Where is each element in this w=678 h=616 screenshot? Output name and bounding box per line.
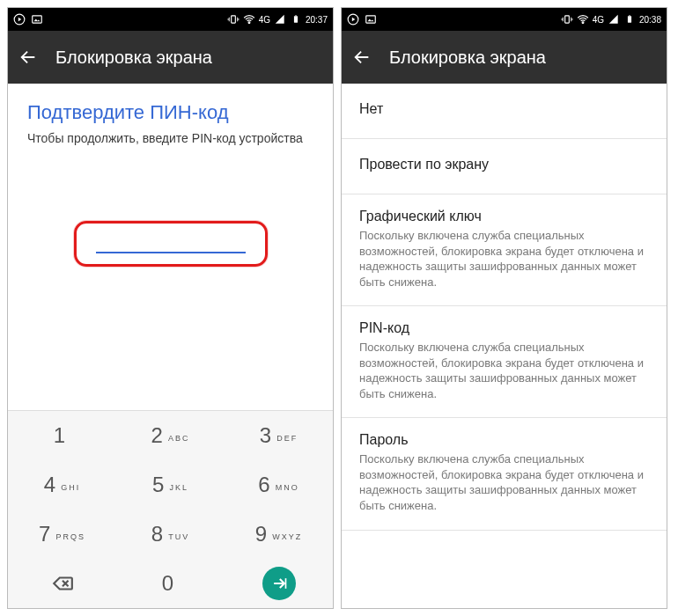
option-pin[interactable]: PIN-код Поскольку включена служба специа… [342, 306, 667, 418]
battery-icon [623, 13, 636, 26]
option-pattern[interactable]: Графический ключ Поскольку включена служ… [342, 194, 667, 306]
option-swipe[interactable]: Провести по экрану [342, 139, 667, 194]
keypad: 1 2ABC 3DEF 4GHI 5JKL 6MNO 7PRQS 8TUV 9W… [8, 410, 333, 608]
key-enter[interactable] [225, 559, 333, 608]
option-title: Нет [359, 101, 649, 117]
key-4[interactable]: 4GHI [8, 460, 116, 510]
vibrate-icon [227, 13, 240, 26]
pin-title: Подтвердите ПИН-код [27, 101, 313, 124]
svg-rect-6 [366, 16, 376, 23]
app-bar-title: Блокировка экрана [55, 48, 212, 68]
pin-subtitle: Чтобы продолжить, введите PIN-код устрой… [27, 131, 313, 145]
key-5[interactable]: 5JKL [116, 460, 225, 510]
app-bar: Блокировка экрана [342, 31, 667, 84]
picture-icon [31, 13, 43, 26]
key-0[interactable]: 0 [116, 559, 225, 608]
svg-rect-9 [629, 15, 630, 16]
signal-icon [274, 13, 286, 26]
clock-label: 20:37 [306, 15, 328, 25]
key-backspace[interactable] [8, 559, 116, 608]
option-title: Провести по экрану [359, 157, 649, 172]
app-bar-title: Блокировка экрана [389, 48, 546, 68]
status-bar: 4G 20:38 [342, 8, 667, 31]
key-8[interactable]: 8TUV [116, 510, 225, 559]
key-9[interactable]: 9WXYZ [225, 510, 333, 559]
battery-icon [290, 13, 302, 26]
option-password[interactable]: Пароль Поскольку включена служба специал… [342, 418, 667, 530]
key-7[interactable]: 7PRQS [8, 510, 116, 559]
app-bar: Блокировка экрана [8, 31, 333, 84]
option-title: PIN-код [359, 320, 649, 336]
svg-rect-7 [564, 16, 569, 23]
status-bar: 4G 20:37 [8, 8, 333, 31]
key-3[interactable]: 3DEF [225, 411, 333, 460]
wifi-icon [243, 13, 255, 26]
pin-input[interactable] [96, 252, 246, 253]
phone-pin-confirm: 4G 20:37 Блокировка экрана Подтвердите П… [7, 7, 334, 609]
key-2[interactable]: 2ABC [116, 411, 225, 460]
option-none[interactable]: Нет [342, 84, 667, 139]
option-title: Пароль [359, 432, 649, 448]
clock-label: 20:38 [639, 15, 661, 25]
option-description: Поскольку включена служба специальных во… [359, 451, 649, 513]
svg-rect-8 [628, 16, 631, 23]
back-icon[interactable] [352, 48, 372, 67]
option-description: Поскольку включена служба специальных во… [359, 228, 649, 290]
svg-rect-1 [33, 16, 42, 23]
pin-content: Подтвердите ПИН-код Чтобы продолжить, вв… [8, 84, 333, 608]
option-title: Графический ключ [359, 209, 649, 224]
back-icon[interactable] [18, 48, 38, 67]
svg-rect-4 [295, 15, 297, 16]
network-label: 4G [259, 15, 270, 25]
play-icon [347, 13, 359, 26]
vibrate-icon [561, 13, 573, 26]
play-icon [13, 13, 26, 26]
key-6[interactable]: 6MNO [225, 460, 333, 510]
phone-lock-options: 4G 20:38 Блокировка экрана Нет Провести … [341, 7, 667, 609]
pin-input-highlight [74, 221, 268, 267]
option-description: Поскольку включена служба специальных во… [359, 340, 649, 401]
wifi-icon [577, 13, 589, 26]
signal-icon [608, 13, 620, 26]
lock-options-list: Нет Провести по экрану Графический ключ … [342, 84, 667, 608]
key-1[interactable]: 1 [8, 411, 116, 460]
network-label: 4G [593, 15, 604, 25]
enter-icon [262, 567, 296, 600]
svg-rect-2 [231, 16, 235, 23]
picture-icon [365, 13, 377, 26]
svg-rect-3 [294, 16, 298, 23]
